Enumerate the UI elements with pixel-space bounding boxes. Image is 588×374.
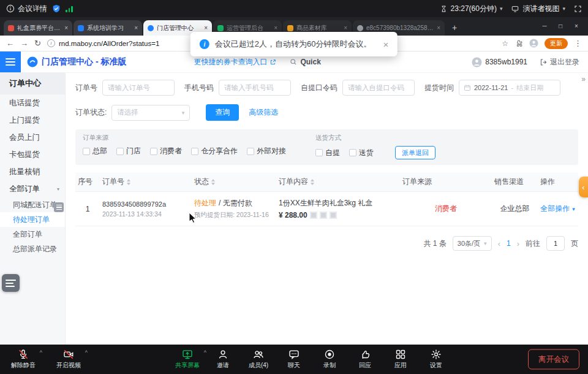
sidebar-item-batch-verify[interactable]: 批量核销 — [0, 163, 65, 180]
order-status-select[interactable]: 请选择 ▾ — [111, 105, 190, 121]
tab-favicon — [217, 25, 224, 31]
sidebar-item-card-pickup[interactable]: 卡包提货 — [0, 146, 65, 163]
meeting-details-button[interactable]: 会议详情 — [6, 4, 47, 14]
chevron-up-icon[interactable]: ^ — [204, 349, 206, 356]
site-info-icon[interactable]: i — [47, 39, 55, 47]
prev-page-button[interactable]: ‹ — [498, 239, 500, 248]
tab-close-icon[interactable]: × — [344, 25, 347, 31]
tab-close-icon[interactable]: × — [204, 25, 208, 31]
checkbox-hq[interactable]: 总部 — [83, 146, 107, 156]
pickup-time-label: 提货时间 — [424, 83, 454, 93]
gift-icon[interactable] — [320, 212, 327, 219]
chevron-down-icon[interactable]: ▾ — [572, 206, 575, 212]
members-button[interactable]: 成员(4) — [244, 349, 273, 370]
image-icon[interactable] — [310, 212, 317, 219]
meeting-timer-control[interactable]: 23:27(60分钟) ▾ — [440, 4, 503, 14]
start-video-button[interactable]: 开启视频 ^ — [54, 349, 83, 370]
profile-avatar[interactable] — [529, 39, 538, 48]
date-range-picker[interactable]: 2022-11-21 - 结束日期 — [459, 80, 560, 96]
checkbox-self-pickup[interactable]: 自提 — [315, 148, 340, 158]
settings-button[interactable]: 设置 — [421, 349, 451, 370]
external-link-icon — [270, 59, 276, 66]
next-page-button[interactable]: › — [517, 239, 519, 248]
account-menu[interactable]: 8385wb1991 — [472, 57, 527, 67]
view-mode-control[interactable]: 演讲者视图 ▾ — [511, 4, 565, 14]
chat-button[interactable]: 聊天 — [279, 349, 309, 370]
coupon-query-label: 更快捷的券卡查询入口 — [194, 57, 267, 67]
col-action: 操作 — [538, 177, 578, 187]
dispatch-return-button[interactable]: 派单退回 — [395, 146, 435, 159]
browser-tab-2[interactable]: 系统培训学习× — [74, 20, 142, 36]
toast-close-icon[interactable]: × — [383, 39, 388, 50]
checkbox-delivery[interactable]: 送货 — [349, 148, 374, 158]
invite-button[interactable]: 邀请 — [208, 349, 238, 370]
checkbox-consumer[interactable]: 消费者 — [150, 146, 182, 156]
window-minimize-button[interactable]: ─ — [537, 17, 552, 36]
all-actions-dropdown[interactable]: 全部操作 — [540, 204, 570, 214]
sidebar-subitem-all-orders[interactable]: 全部订单 — [0, 227, 65, 242]
phone-input[interactable] — [219, 80, 291, 96]
tab-close-icon[interactable]: × — [64, 25, 68, 31]
checkbox-icon — [247, 148, 254, 155]
device-icon[interactable] — [330, 212, 337, 219]
video-panel-collapse-handle[interactable]: ‹ — [579, 177, 588, 197]
leave-meeting-button[interactable]: 离开会议 — [528, 349, 579, 370]
tab-close-icon[interactable]: × — [274, 25, 277, 31]
reactions-button[interactable]: 回应 — [350, 349, 380, 370]
new-tab-button[interactable]: + — [448, 21, 461, 34]
fullscreen-icon[interactable] — [574, 5, 582, 13]
sort-icon[interactable] — [211, 179, 215, 185]
browser-tab-1[interactable]: 礼盒票券平台管理中心× — [4, 20, 72, 36]
forward-icon[interactable]: → — [20, 39, 28, 48]
sidebar-item-phone-pickup[interactable]: 电话提货 — [0, 94, 65, 112]
advanced-filter-link[interactable]: 高级筛选 — [249, 107, 278, 118]
logout-button[interactable]: 退出登录 — [540, 57, 579, 67]
record-button[interactable]: 录制 — [315, 349, 344, 370]
sort-icon[interactable] — [127, 179, 130, 185]
checkbox-external[interactable]: 外部对接 — [247, 146, 286, 156]
chevron-up-icon[interactable]: ^ — [40, 349, 42, 356]
checkbox-store[interactable]: 门店 — [116, 146, 141, 156]
checkbox-label: 仓分享合作 — [201, 146, 238, 156]
sidebar-subitem-pending-orders[interactable]: 待处理订单 — [0, 212, 65, 227]
browser-update-button[interactable]: 更新 — [545, 38, 568, 49]
hamburger-menu-button[interactable] — [0, 52, 21, 72]
bookmark-star-icon[interactable]: ☆ — [502, 39, 508, 48]
back-icon[interactable]: ← — [6, 39, 14, 48]
col-index: 序号 — [75, 177, 100, 187]
chevron-up-icon[interactable]: ^ — [85, 349, 88, 356]
tab-close-icon[interactable]: × — [134, 25, 138, 31]
page-number[interactable]: 1 — [507, 239, 511, 248]
info-icon: i — [200, 39, 209, 49]
search-button[interactable]: 查询 — [206, 104, 239, 121]
pickup-code-input[interactable] — [342, 80, 415, 96]
share-screen-button[interactable]: 共享屏幕 ^ — [173, 349, 202, 370]
extensions-puzzle-icon[interactable] — [514, 39, 523, 48]
sidebar-item-door-pickup[interactable]: 上门提货 — [0, 112, 65, 129]
floating-menu-widget[interactable] — [2, 274, 20, 292]
goto-page-input[interactable] — [546, 236, 565, 251]
info-icon — [6, 4, 15, 13]
network-signal-icon[interactable] — [66, 6, 73, 12]
sidebar-item-member-visit[interactable]: 会员上门 — [0, 129, 65, 146]
sort-icon[interactable] — [311, 179, 314, 185]
checkbox-share-coop[interactable]: 仓分享合作 — [191, 146, 238, 156]
browser-menu-icon[interactable]: ⋮ — [574, 39, 582, 48]
reload-icon[interactable]: ↻ — [34, 39, 41, 48]
coupon-query-link[interactable]: 更快捷的券卡查询入口 — [194, 57, 276, 67]
apps-button[interactable]: 应用 — [386, 349, 415, 370]
unmute-button[interactable]: 解除静音 ^ — [9, 349, 38, 370]
drag-handle-widget[interactable] — [54, 202, 64, 212]
collapse-double-chevron-icon[interactable]: » — [581, 75, 584, 83]
share-screen-icon — [182, 349, 193, 360]
window-close-button[interactable]: × — [568, 17, 584, 36]
sidebar-group-all-orders[interactable]: 全部订单 ▾ — [0, 180, 65, 197]
per-page-select[interactable]: 30条/页 ▾ — [453, 236, 492, 251]
quick-search[interactable]: Quick — [290, 58, 320, 66]
security-shield-icon[interactable] — [52, 4, 61, 13]
tab-close-icon[interactable]: × — [437, 25, 440, 31]
gear-icon — [431, 349, 442, 360]
order-no-input[interactable] — [102, 80, 175, 96]
sidebar-subitem-hq-dispatch-log[interactable]: 总部派单记录 — [0, 242, 65, 256]
window-maximize-button[interactable]: □ — [552, 17, 568, 36]
